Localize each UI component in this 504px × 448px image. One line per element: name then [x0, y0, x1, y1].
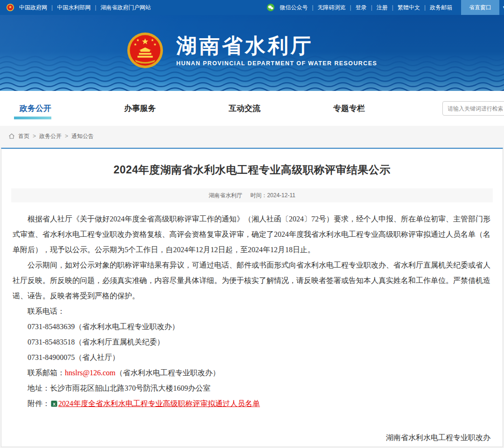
topbar-link-wechat[interactable]: 微信公众号	[280, 4, 308, 12]
article-source: 湖南省水利厅	[209, 192, 242, 199]
province-window-dropdown[interactable]: 省直窗口	[461, 0, 499, 15]
signature-date: 2024年12月11日	[13, 446, 490, 447]
topbar-link-gov-mail[interactable]: 政务邮箱	[430, 4, 452, 12]
wechat-icon	[267, 4, 274, 11]
separator: |	[371, 4, 372, 11]
breadcrumb-home[interactable]: 首页	[18, 132, 29, 140]
breadcrumb-tongzhigonggao[interactable]: 通知公告	[71, 132, 94, 140]
attachment-label: 附件：	[28, 400, 50, 407]
separator: |	[350, 4, 351, 11]
contact-phone: 0731-85483639（省水利水电工程专业职改办）	[13, 319, 491, 334]
main-nav: 政务公开 办事服务 互动交流 专题专栏	[0, 91, 504, 126]
email-suffix: （省水利水电工程专业职改办）	[116, 369, 220, 377]
article-title: 2024年度湖南省水利水电工程专业高级职称评审结果公示	[15, 163, 489, 177]
article-signature: 湖南省水利水电工程专业职改办 2024年12月11日	[13, 430, 491, 447]
nav-item-banshifuwu[interactable]: 办事服务	[124, 103, 229, 114]
active-tab-underline	[14, 117, 51, 119]
separator: |	[51, 4, 53, 11]
breadcrumb-zhengwugongkai[interactable]: 政务公开	[39, 132, 62, 140]
topbar-link-traditional[interactable]: 繁體中文	[398, 4, 420, 12]
signature-org: 湖南省水利水电工程专业职改办	[13, 430, 490, 446]
topbar-right: 微信公众号 | 无障碍浏览 | 登录 | 注册 | 繁體中文 | 政务邮箱 省直…	[267, 0, 504, 15]
nav-item-hudongjiaoliu[interactable]: 互动交流	[229, 103, 333, 114]
article-meta-bar: 湖南省水利厅 时间：2024-12-11	[11, 188, 493, 202]
contact-heading: 联系电话：	[13, 303, 491, 319]
search-input[interactable]	[442, 101, 504, 116]
article-paragraph: 公示期间，如对公示对象的职称评审结果有异议，可通过电话、邮件或书面形式向省水利水…	[13, 257, 491, 303]
nav-item-label: 专题专栏	[333, 104, 365, 113]
topbar-link-hunan-gov[interactable]: 湖南省政府门户网站	[100, 4, 151, 12]
separator: |	[95, 4, 96, 11]
nav-item-zhuantizhuanlan[interactable]: 专题专栏	[333, 103, 438, 114]
site-header: 湖南省水利厅 HUNAN PROVINCIAL DEPARTMENT OF WA…	[0, 15, 504, 91]
topbar-link-register[interactable]: 注册	[377, 4, 388, 12]
contact-email-line: 联系邮箱：hnslrs@126.com（省水利水电工程专业职改办）	[13, 365, 491, 380]
nav-item-zhengwugongkai[interactable]: 政务公开	[20, 103, 124, 114]
contact-phone: 0731-84900075（省人社厅）	[13, 350, 491, 365]
site-brand: 湖南省水利厅 HUNAN PROVINCIAL DEPARTMENT OF WA…	[0, 15, 504, 91]
breadcrumb-separator: >	[33, 133, 36, 139]
svg-text:X: X	[53, 402, 56, 407]
national-emblem-logo	[127, 32, 163, 70]
contact-phone: 0731-85483518（省水利厅直属机关纪委）	[13, 334, 491, 350]
site-title-group: 湖南省水利厅 HUNAN PROVINCIAL DEPARTMENT OF WA…	[176, 35, 377, 67]
separator: |	[312, 4, 313, 11]
topbar-link-mwr[interactable]: 中国水利部网	[57, 4, 91, 12]
excel-file-icon: X	[51, 400, 57, 407]
email-label: 联系邮箱：	[28, 369, 65, 377]
breadcrumb-separator: >	[65, 133, 68, 139]
nav-item-label: 互动交流	[229, 104, 260, 113]
article-time-label: 时间：	[250, 192, 267, 199]
nav-item-label: 办事服务	[124, 104, 156, 113]
national-emblem-icon	[7, 4, 14, 11]
topbar-link-login[interactable]: 登录	[356, 4, 367, 12]
site-title: 湖南省水利厅	[176, 35, 377, 56]
separator: |	[424, 4, 426, 11]
contact-address: 地址：长沙市雨花区韶山北路370号防汛大楼1609办公室	[13, 380, 491, 396]
attachment-link[interactable]: 2024年度全省水利水电工程专业高级职称评审拟通过人员名单	[58, 400, 260, 407]
article-time: 2024-12-11	[267, 192, 295, 199]
topbar: 中国政府网 | 中国水利部网 | 湖南省政府门户网站 微信公众号 | 无障碍浏览…	[0, 0, 504, 15]
attachment-line: 附件：X2024年度全省水利水电工程专业高级职称评审拟通过人员名单	[13, 396, 491, 411]
chevron-down-icon[interactable]: ▼	[502, 5, 504, 10]
email-link[interactable]: hnslrs@126.com	[65, 369, 116, 377]
site-subtitle: HUNAN PROVINCIAL DEPARTMENT OF WATER RES…	[176, 60, 377, 67]
article-body: 根据省人社厅《关于做好2024年度全省高级职称评审工作的通知》（湘人社函〔202…	[13, 211, 491, 447]
topbar-link-china-gov[interactable]: 中国政府网	[19, 4, 47, 12]
nav-item-label: 政务公开	[20, 104, 51, 113]
breadcrumb: 首页 > 政务公开 > 通知公告	[0, 126, 504, 146]
article-paragraph: 根据省人社厅《关于做好2024年度全省高级职称评审工作的通知》（湘人社函〔202…	[13, 211, 491, 257]
topbar-link-accessibility[interactable]: 无障碍浏览	[318, 4, 346, 12]
home-icon	[8, 133, 15, 139]
separator: |	[392, 4, 393, 11]
article-panel: 2024年度湖南省水利水电工程专业高级职称评审结果公示 湖南省水利厅 时间：20…	[1, 148, 503, 447]
topbar-left: 中国政府网 | 中国水利部网 | 湖南省政府门户网站	[7, 0, 154, 15]
